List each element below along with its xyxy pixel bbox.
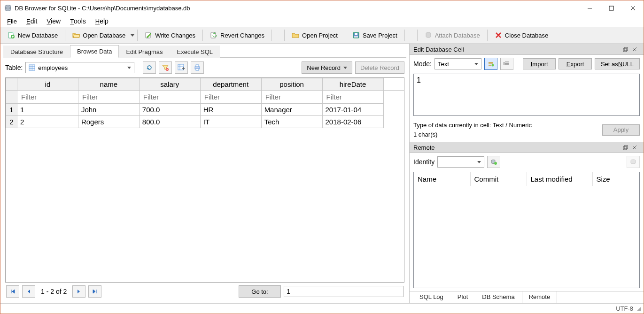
tab-execute-sql[interactable]: Execute SQL: [170, 46, 220, 58]
close-database-button[interactable]: Close Database: [490, 29, 553, 41]
menu-tools[interactable]: Tools: [66, 16, 90, 26]
filter-position[interactable]: [264, 92, 319, 101]
bottom-tab-sql-log[interactable]: SQL Log: [412, 291, 450, 304]
svg-rect-15: [196, 65, 199, 67]
close-button[interactable]: [622, 0, 644, 15]
filter-salary[interactable]: [142, 92, 197, 101]
table-row[interactable]: 1 1 John 700.0 HR Manager 2017-01-04: [6, 104, 404, 116]
delete-record-button[interactable]: Delete Record: [355, 61, 404, 74]
cell-id[interactable]: 1: [17, 104, 78, 116]
export-button[interactable]: Export: [559, 58, 591, 69]
chevron-down-icon: [131, 34, 134, 37]
write-changes-button[interactable]: Write Changes: [140, 29, 200, 41]
chevron-down-icon: [343, 67, 347, 69]
pager-next-button[interactable]: [72, 285, 85, 298]
remote-table[interactable]: Name Commit Last modified Size: [413, 172, 640, 288]
close-database-label: Close Database: [505, 32, 549, 39]
pager-last-button[interactable]: [88, 285, 101, 298]
open-database-button[interactable]: Open Database: [68, 29, 130, 41]
column-header-department[interactable]: department: [200, 78, 261, 91]
cell-salary[interactable]: 700.0: [139, 104, 200, 116]
remote-col-name[interactable]: Name: [414, 172, 470, 186]
undock-icon[interactable]: [623, 47, 630, 52]
open-project-button[interactable]: Open Project: [287, 29, 342, 41]
save-table-button[interactable]: [175, 61, 188, 74]
menu-view[interactable]: View: [43, 16, 64, 26]
minimize-button[interactable]: [579, 0, 600, 15]
open-database-dropdown[interactable]: [131, 34, 134, 37]
column-header-hiredate[interactable]: hireDate: [322, 78, 383, 91]
tab-browse-data[interactable]: Browse Data: [70, 45, 119, 58]
close-panel-icon[interactable]: [632, 47, 640, 52]
cell-hiredate[interactable]: 2018-02-06: [322, 116, 383, 128]
menu-file[interactable]: File: [3, 16, 21, 26]
push-button[interactable]: [627, 156, 640, 168]
table-select[interactable]: employees: [25, 62, 134, 73]
new-database-button[interactable]: New Database: [3, 29, 62, 41]
row-number[interactable]: 1: [6, 104, 17, 116]
open-database-label: Open Database: [83, 32, 125, 39]
row-number[interactable]: 2: [6, 116, 17, 128]
undock-icon[interactable]: [623, 145, 630, 150]
column-header-id[interactable]: id: [17, 78, 78, 91]
identity-select[interactable]: [437, 156, 484, 168]
column-header-name[interactable]: name: [78, 78, 139, 91]
revert-changes-button[interactable]: Revert Changes: [206, 29, 269, 41]
new-record-button[interactable]: New Record: [302, 61, 352, 74]
clear-filters-button[interactable]: [159, 61, 172, 74]
close-panel-icon[interactable]: [632, 145, 640, 150]
filter-hiredate[interactable]: [326, 92, 380, 101]
column-header-position[interactable]: position: [261, 78, 322, 91]
mode-select[interactable]: Text: [435, 58, 481, 69]
cell-department[interactable]: IT: [200, 116, 261, 128]
cell-position[interactable]: Tech: [261, 116, 322, 128]
bottom-tab-remote[interactable]: Remote: [522, 291, 558, 304]
save-project-button[interactable]: Save Project: [348, 29, 402, 41]
maximize-button[interactable]: [600, 0, 622, 15]
goto-button[interactable]: Go to:: [239, 285, 281, 298]
new-database-icon: [8, 31, 15, 39]
remote-col-last-modified[interactable]: Last modified: [527, 172, 592, 186]
cell-position[interactable]: Manager: [261, 104, 322, 116]
filter-id[interactable]: [20, 92, 75, 101]
menu-edit[interactable]: Edit: [23, 16, 41, 26]
import-button[interactable]: Import: [523, 58, 556, 69]
remote-col-commit[interactable]: Commit: [470, 172, 527, 186]
tab-edit-pragmas[interactable]: Edit Pragmas: [119, 46, 170, 58]
toolbar-separator: [137, 30, 138, 41]
cell-id[interactable]: 2: [17, 116, 78, 128]
cell-salary[interactable]: 800.0: [139, 116, 200, 128]
cell-value-textarea[interactable]: 1: [413, 74, 640, 116]
toolbar-separator: [272, 30, 272, 41]
column-header-salary[interactable]: salary: [139, 78, 200, 91]
pager-first-button[interactable]: [6, 285, 19, 298]
identity-label: Identity: [413, 158, 435, 166]
menu-help[interactable]: Help: [92, 16, 112, 26]
tab-database-structure[interactable]: Database Structure: [3, 46, 70, 58]
cell-hiredate[interactable]: 2017-01-04: [322, 104, 383, 116]
set-null-button[interactable]: Set as NULL: [595, 58, 640, 69]
table-row[interactable]: 2 2 Rogers 800.0 IT Tech 2018-02-06: [6, 116, 404, 128]
table-controls: Table: employees New Record: [5, 61, 404, 74]
bottom-tab-db-schema[interactable]: DB Schema: [475, 291, 521, 304]
cell-name[interactable]: John: [78, 104, 139, 116]
resize-grip-icon[interactable]: ◢: [637, 306, 640, 312]
toolbar-separator: [284, 30, 285, 41]
refresh-button[interactable]: [143, 61, 156, 74]
print-button[interactable]: [191, 61, 204, 74]
toggle-wrap-button[interactable]: [484, 58, 497, 70]
cell-department[interactable]: HR: [200, 104, 261, 116]
apply-button[interactable]: Apply: [602, 124, 640, 136]
remote-col-size[interactable]: Size: [592, 172, 640, 186]
svg-point-19: [491, 64, 494, 67]
attach-database-button[interactable]: Attach Database: [420, 29, 484, 41]
bottom-tab-plot[interactable]: Plot: [450, 291, 475, 304]
pager-prev-button[interactable]: [22, 285, 35, 298]
edit-cell-footer: Type of data currently in cell: Text / N…: [413, 121, 640, 139]
cell-name[interactable]: Rogers: [78, 116, 139, 128]
indent-button[interactable]: [500, 58, 513, 70]
filter-name[interactable]: [81, 92, 136, 101]
goto-input[interactable]: [284, 286, 403, 297]
filter-department[interactable]: [203, 92, 258, 101]
identity-refresh-button[interactable]: [487, 156, 500, 168]
